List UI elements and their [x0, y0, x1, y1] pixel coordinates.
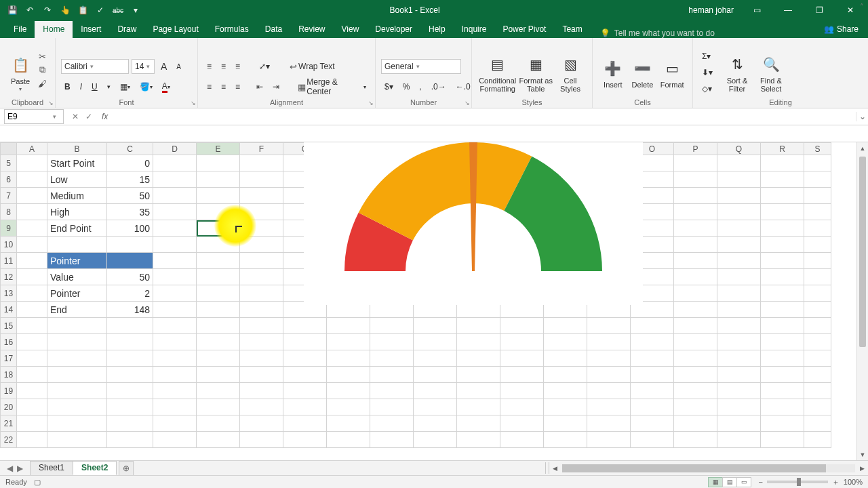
cell-H20[interactable]: [327, 399, 370, 415]
cell-G21[interactable]: [283, 415, 327, 432]
cell-D5[interactable]: [153, 155, 197, 171]
cell-Q10[interactable]: [717, 237, 761, 253]
cell-P8[interactable]: [674, 204, 717, 220]
cell-S21[interactable]: [804, 415, 831, 432]
cell-A15[interactable]: [17, 318, 47, 334]
grow-font-icon[interactable]: A: [157, 59, 170, 74]
cell-D7[interactable]: [153, 188, 197, 204]
copy-icon[interactable]: ⧉: [37, 64, 47, 75]
cell-B22[interactable]: [47, 432, 107, 448]
cell-P5[interactable]: [674, 155, 717, 171]
cell-B14[interactable]: End: [47, 302, 107, 318]
cell-B11[interactable]: Pointer: [47, 253, 107, 269]
cell-O18[interactable]: [631, 367, 674, 383]
increase-indent-icon[interactable]: ⇥: [269, 79, 283, 94]
row-header-11[interactable]: 11: [1, 253, 17, 269]
cell-C13[interactable]: 2: [107, 285, 153, 302]
format-cells-button[interactable]: ▭Format: [657, 48, 687, 97]
cell-G15[interactable]: [283, 318, 327, 334]
row-header-20[interactable]: 20: [1, 399, 17, 415]
cell-F11[interactable]: [240, 253, 283, 269]
cell-I15[interactable]: [370, 318, 414, 334]
cell-I20[interactable]: [370, 399, 414, 415]
cell-E19[interactable]: [197, 383, 240, 399]
cell-S22[interactable]: [804, 432, 831, 448]
comma-icon[interactable]: ,: [416, 79, 425, 94]
cell-K15[interactable]: [457, 318, 500, 334]
shrink-font-icon[interactable]: A: [173, 59, 184, 74]
cell-R16[interactable]: [761, 334, 804, 350]
namebox-dropdown-icon[interactable]: ▾: [51, 113, 58, 120]
cell-M19[interactable]: [544, 383, 587, 399]
maximize-icon[interactable]: ❐: [804, 0, 834, 20]
sort-filter-button[interactable]: ⇅Sort & Filter: [720, 52, 754, 93]
tab-home[interactable]: Home: [35, 21, 73, 38]
cell-D21[interactable]: [153, 415, 197, 432]
align-bottom-icon[interactable]: ≡: [232, 59, 243, 74]
zoom-out-icon[interactable]: −: [758, 478, 762, 486]
tab-help[interactable]: Help: [420, 21, 454, 38]
cell-A21[interactable]: [17, 415, 47, 432]
cell-M21[interactable]: [544, 415, 587, 432]
cell-R5[interactable]: [761, 155, 804, 171]
cell-P20[interactable]: [674, 399, 717, 415]
autosum-icon[interactable]: Σ▾: [698, 49, 716, 64]
cell-S18[interactable]: [804, 367, 831, 383]
cell-E18[interactable]: [197, 367, 240, 383]
cell-E14[interactable]: [197, 302, 240, 318]
cell-J17[interactable]: [414, 350, 457, 367]
format-painter-icon[interactable]: 🖌: [37, 78, 47, 89]
cell-R10[interactable]: [761, 237, 804, 253]
cell-N16[interactable]: [587, 334, 631, 350]
cell-F6[interactable]: [240, 171, 283, 188]
align-center-icon[interactable]: ≡: [218, 79, 229, 94]
spellcheck-icon[interactable]: ✓: [95, 5, 106, 16]
tab-review[interactable]: Review: [290, 21, 333, 38]
cell-F10[interactable]: [240, 237, 283, 253]
col-header-D[interactable]: D: [153, 143, 197, 155]
cell-E6[interactable]: [197, 171, 240, 188]
cell-H17[interactable]: [327, 350, 370, 367]
save-icon[interactable]: 💾: [7, 5, 18, 16]
cell-R20[interactable]: [761, 399, 804, 415]
tab-draw[interactable]: Draw: [109, 21, 144, 38]
name-box[interactable]: ▾: [4, 109, 64, 124]
cell-L17[interactable]: [500, 350, 544, 367]
cell-P12[interactable]: [674, 269, 717, 285]
cell-P17[interactable]: [674, 350, 717, 367]
cell-M20[interactable]: [544, 399, 587, 415]
cell-P18[interactable]: [674, 367, 717, 383]
cell-L18[interactable]: [500, 367, 544, 383]
cell-B6[interactable]: Low: [47, 171, 107, 188]
row-header-7[interactable]: 7: [1, 188, 17, 204]
cell-B5[interactable]: Start Point: [47, 155, 107, 171]
row-header-18[interactable]: 18: [1, 367, 17, 383]
cell-B17[interactable]: [47, 350, 107, 367]
cell-Q22[interactable]: [717, 432, 761, 448]
cell-I18[interactable]: [370, 367, 414, 383]
row-header-19[interactable]: 19: [1, 383, 17, 399]
cell-F9[interactable]: [240, 220, 283, 237]
cell-O21[interactable]: [631, 415, 674, 432]
cell-Q7[interactable]: [717, 188, 761, 204]
decrease-decimal-icon[interactable]: ←.0: [452, 79, 474, 94]
cell-I22[interactable]: [370, 432, 414, 448]
cell-E21[interactable]: [197, 415, 240, 432]
cell-O17[interactable]: [631, 350, 674, 367]
cell-S7[interactable]: [804, 188, 831, 204]
cell-A7[interactable]: [17, 188, 47, 204]
cell-L21[interactable]: [500, 415, 544, 432]
cell-B15[interactable]: [47, 318, 107, 334]
cell-K21[interactable]: [457, 415, 500, 432]
cell-A17[interactable]: [17, 350, 47, 367]
cell-R12[interactable]: [761, 269, 804, 285]
cell-A13[interactable]: [17, 285, 47, 302]
cell-R18[interactable]: [761, 367, 804, 383]
normal-view-icon[interactable]: ▦: [708, 477, 723, 487]
align-top-icon[interactable]: ≡: [203, 59, 215, 74]
cell-C12[interactable]: 50: [107, 269, 153, 285]
cell-L16[interactable]: [500, 334, 544, 350]
font-size-select[interactable]: 14▾: [132, 59, 155, 74]
font-name-select[interactable]: Calibri▾: [61, 59, 129, 74]
conditional-formatting-button[interactable]: ▤Conditional Formatting: [477, 48, 517, 97]
